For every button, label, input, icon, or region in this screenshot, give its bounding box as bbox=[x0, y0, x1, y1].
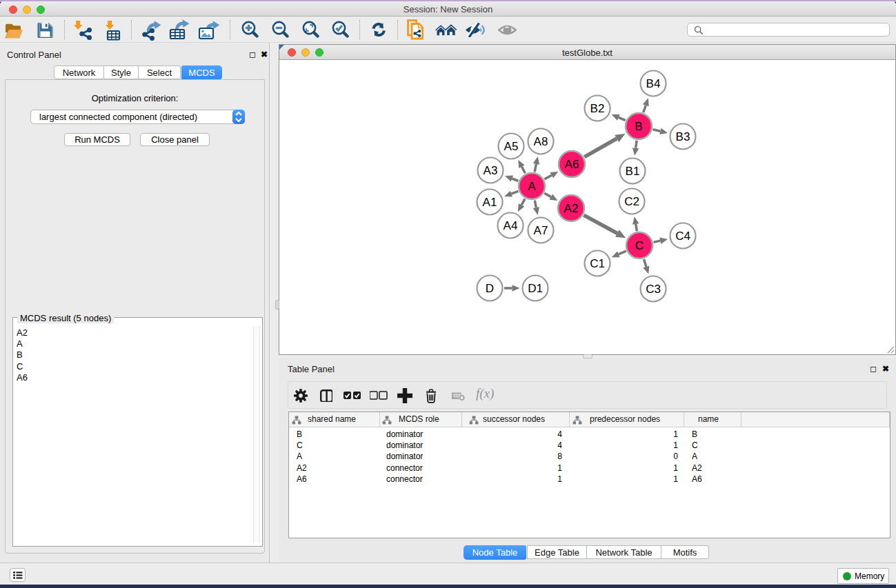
svg-text:B2: B2 bbox=[590, 102, 605, 115]
svg-text:C: C bbox=[635, 239, 644, 252]
svg-text:A3: A3 bbox=[484, 164, 498, 177]
svg-text:C1: C1 bbox=[590, 257, 605, 270]
svg-text:C3: C3 bbox=[646, 283, 661, 296]
svg-text:A7: A7 bbox=[534, 224, 548, 237]
svg-text:A8: A8 bbox=[534, 135, 548, 148]
svg-text:A: A bbox=[528, 180, 536, 193]
svg-text:D1: D1 bbox=[528, 282, 543, 295]
svg-text:A5: A5 bbox=[504, 140, 519, 153]
svg-text:B: B bbox=[635, 120, 642, 133]
svg-text:A1: A1 bbox=[483, 196, 497, 209]
svg-text:D: D bbox=[486, 282, 494, 295]
svg-text:B1: B1 bbox=[626, 165, 640, 178]
svg-text:C2: C2 bbox=[624, 195, 639, 208]
svg-text:A4: A4 bbox=[504, 219, 518, 232]
svg-text:A2: A2 bbox=[564, 202, 579, 215]
svg-text:C4: C4 bbox=[675, 230, 690, 243]
svg-text:B4: B4 bbox=[646, 77, 661, 90]
svg-text:A6: A6 bbox=[565, 158, 579, 171]
svg-text:B3: B3 bbox=[676, 130, 690, 143]
